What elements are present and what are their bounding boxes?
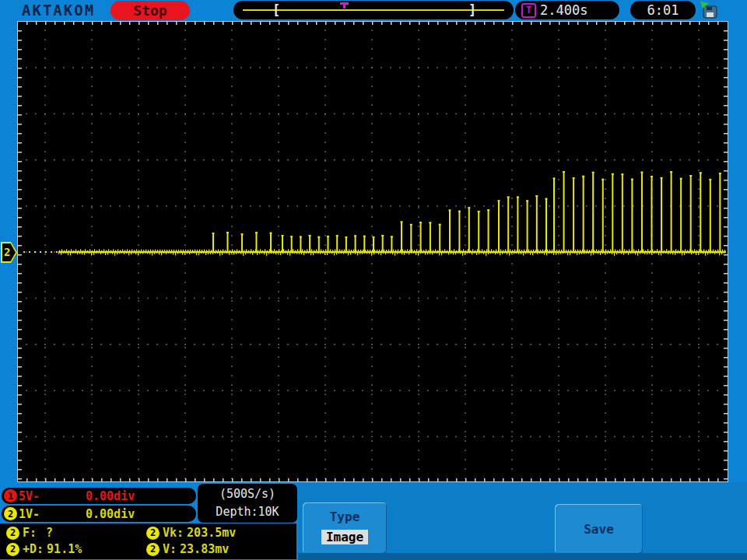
channel2-ground-marker: 2 [1, 242, 17, 263]
channel2-marker-label: 2 [4, 246, 10, 258]
window-right-bracket: ] [468, 1, 476, 19]
record-position-bar: [ ] [233, 1, 514, 19]
measurement-frequency: 2 F: ? [6, 526, 53, 540]
record-depth: Depth:10K [216, 503, 279, 521]
channel2-status-pill: 2 1V- 0.00div [2, 506, 196, 522]
sample-rate: (500S/s) [219, 485, 275, 503]
trigger-position-marker-stem [343, 5, 345, 9]
type-button-selected-value[interactable]: Image [321, 530, 368, 544]
window-left-bracket: [ [272, 1, 280, 19]
channel1-scale: 5V- [19, 489, 40, 503]
run-state-badge: Stop [110, 1, 190, 20]
trigger-time-badge: T 2.400s [515, 1, 619, 19]
channel2-number-badge: 2 [4, 507, 17, 520]
channel2-scale: 1V- [19, 507, 40, 521]
measurements-panel: 2 F: ? 2 Vk: 203.5mv 2 +D: 91.1% 2 V: 23… [0, 523, 296, 559]
trigger-t-icon: T [521, 3, 536, 18]
usb-save-icon [698, 1, 721, 21]
channel1-number-badge: 1 [4, 489, 17, 502]
measurement-v: 2 V: 23.83mv [146, 542, 229, 556]
brand-logo: AKTAKOM [22, 2, 95, 19]
type-button[interactable]: Type Image [303, 502, 387, 554]
channel1-position: 0.00div [86, 489, 135, 503]
save-button[interactable]: Save [555, 504, 643, 554]
measurement-vk: 2 Vk: 203.5mv [146, 526, 236, 540]
oscilloscope-screen: AKTAKOM Stop [ ] T 2.400s 6:01 2 1 5V- 0… [0, 0, 747, 560]
channel1-status-pill: 1 5V- 0.00div [2, 488, 196, 504]
type-button-title: Type [330, 509, 360, 524]
graticule-and-waveform [17, 21, 728, 482]
channel2-position: 0.00div [86, 507, 135, 521]
trigger-time-value: 2.400s [540, 2, 587, 18]
clock-badge: 6:01 [630, 1, 696, 19]
measurement-duty: 2 +D: 91.1% [6, 542, 82, 556]
clock-value: 6:01 [647, 2, 679, 18]
save-button-label: Save [584, 522, 614, 537]
softmenu-bottom-strip [298, 553, 747, 560]
waveform-display-area [17, 21, 728, 482]
record-position-line [243, 9, 504, 11]
acquisition-info-box: (500S/s) Depth:10K [198, 484, 297, 523]
